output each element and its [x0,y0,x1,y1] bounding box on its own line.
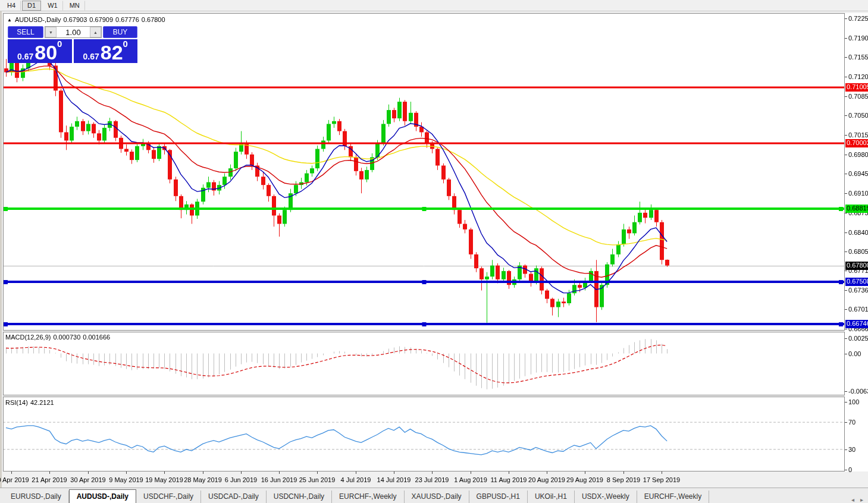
line-price-label: 0.66746 [845,320,868,328]
date-axis-label: 30 Apr 2019 [70,476,105,483]
buy-price-base: 0.67 [83,52,99,61]
symbol-tab-bar: EURUSD-,DailyAUDUSD-,DailyUSDCHF-,DailyU… [0,488,868,503]
ohlc-open: 0.67903 [64,16,87,23]
macd-indicator-label: MACD(12,26,9)0.0007300.001666 [5,334,112,341]
ohlc-close: 0.67800 [142,16,165,23]
date-axis-label: 9 May 2019 [109,476,143,483]
date-axis-label: 10 Apr 2019 [0,476,29,483]
price-axis-tick: 0.69450 [848,170,868,177]
symbol-tab-usdchf-daily[interactable]: USDCHF-,Daily [136,491,201,503]
tabs-scroll-left-button[interactable]: ◂ [851,496,854,503]
line-price-label: 0.70002 [845,139,868,147]
price-axis-tick: 0.72250 [848,15,868,22]
macd-signal-value: 0.001666 [83,334,110,341]
date-axis-label: 1 Aug 2019 [454,476,487,483]
price-axis-tick: 0.67360 [848,287,868,294]
rsi-axis-tick: 100 [848,398,859,405]
volume-decrease-button[interactable]: ▼ [45,27,57,37]
line-price-label: 0.67508 [845,278,868,286]
symbol-tab-audusd-daily[interactable]: AUDUSD-,Daily [69,489,136,503]
date-axis-label: 14 Jul 2019 [377,476,411,483]
sell-price-box[interactable]: 0.67800 [8,39,72,63]
ohlc-high: 0.67909 [89,16,113,23]
date-axis-label: 25 Jun 2019 [299,476,336,483]
symbol-tab-eurusd-daily[interactable]: EURUSD-,Daily [4,491,69,503]
symbol-tab-usdcnh-daily[interactable]: USDCNH-,Daily [267,491,332,503]
symbol-tab-ukoil-h1[interactable]: UKOil-,H1 [528,491,575,503]
date-axis-label: 19 May 2019 [145,476,183,483]
sell-price-big: 80 [35,43,57,61]
date-axis-label: 4 Jul 2019 [341,476,371,483]
date-axis-label: 20 Aug 2019 [528,476,565,483]
rsi-axis-tick: 70 [848,419,856,426]
symbol-tab-gbpusd-h1[interactable]: GBPUSD-,H1 [469,491,528,503]
application-window: H4D1W1MN ▲AUDUSD-,Daily0.679030.679090.6… [0,0,868,503]
price-axis-tick: 0.67010 [848,306,868,313]
tabs-scroll-right-button[interactable]: ▸ [860,496,863,503]
date-axis-label: 29 Aug 2019 [566,476,603,483]
macd-axis-tick: 0.002574 [848,335,868,342]
line-price-label: 0.71005 [845,83,868,92]
volume-control: ▼ ▲ [45,26,102,38]
date-axis-label: 17 Sep 2019 [643,476,680,483]
price-axis-tick: 0.68400 [848,229,868,236]
price-chart-canvas[interactable] [0,0,868,503]
sell-price-sup: 0 [57,40,62,48]
price-axis-tick: 0.68050 [848,248,868,255]
price-axis-tick: 0.69100 [848,190,868,197]
collapse-arrow-icon[interactable]: ▲ [7,17,12,23]
price-axis-tick: 0.71200 [848,73,868,80]
sell-price-base: 0.67 [17,52,33,61]
buy-price-sup: 0 [123,40,128,48]
date-axis-label: 21 Apr 2019 [32,476,67,483]
volume-input[interactable] [57,27,90,37]
sell-button[interactable]: SELL [8,26,43,38]
symbol-tab-xauusd-daily[interactable]: XAUUSD-,Daily [405,491,469,503]
date-axis-label: 8 Sep 2019 [607,476,640,483]
ohlc-low: 0.67776 [115,16,139,23]
date-axis-label: 16 Jun 2019 [261,476,297,483]
price-axis-tick: 0.70500 [848,112,868,119]
macd-axis-tick: 0.00 [848,350,861,357]
price-axis-tick: 0.70850 [848,93,868,100]
buy-button[interactable]: BUY [103,26,137,38]
symbol-tab-usdx-weekly[interactable]: USDX-,Weekly [575,491,637,503]
current-price-label: 0.67800 [845,262,868,270]
chart-title: ▲AUDUSD-,Daily0.679030.679090.677760.678… [7,16,168,23]
price-axis-tick: 0.71900 [848,34,868,42]
line-price-label: 0.68819 [845,205,868,213]
rsi-indicator-label: RSI(14)42.2121 [5,399,57,406]
symbol-tab-eurchf-weekly[interactable]: EURCHF-,Weekly [637,491,709,503]
macd-axis-tick: -0.00632 [848,388,868,395]
macd-value: 0.000730 [53,334,80,341]
macd-name: MACD(12,26,9) [5,334,51,341]
date-axis-label: 11 Aug 2019 [491,476,527,483]
symbol-tab-eurchf-weekly[interactable]: EURCHF-,Weekly [332,491,404,503]
chart-symbol-label: AUDUSD-,Daily [15,16,61,23]
rsi-axis-tick: 0 [848,466,852,473]
price-axis-tick: 0.70150 [848,131,868,139]
rsi-value: 42.2121 [30,399,54,406]
price-axis-tick: 0.71550 [848,54,868,61]
rsi-name: RSI(14) [5,399,28,406]
one-click-trading-panel: SELL ▼ ▲ BUY 0.67800 0.67820 [8,26,137,63]
symbol-tab-usdcad-daily[interactable]: USDCAD-,Daily [201,491,267,503]
date-axis-label: 28 May 2019 [184,476,222,483]
price-axis-tick: 0.69800 [848,151,868,158]
buy-price-big: 82 [101,43,123,61]
date-axis-label: 6 Jun 2019 [225,476,257,483]
buy-price-box[interactable]: 0.67820 [74,39,138,63]
date-axis-label: 23 Jul 2019 [415,476,449,483]
volume-increase-button[interactable]: ▲ [90,27,101,37]
rsi-axis-tick: 30 [848,446,856,453]
